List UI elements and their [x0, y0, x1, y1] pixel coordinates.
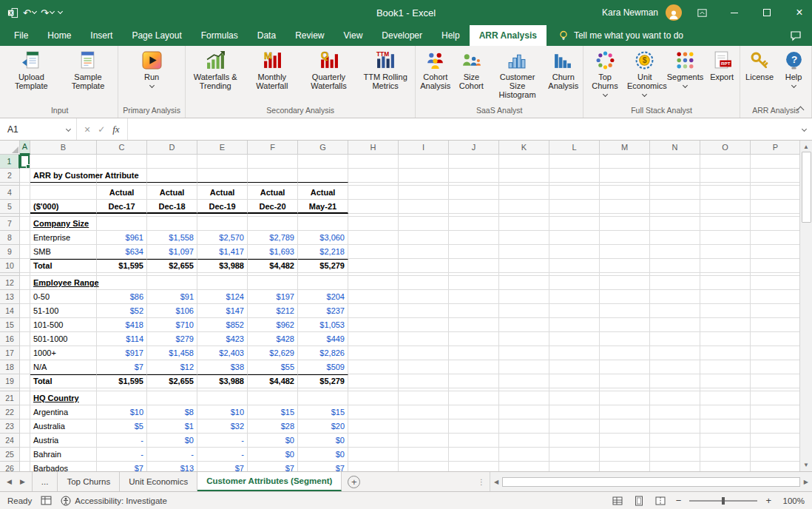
column-header-D[interactable]: D — [147, 141, 197, 155]
cell-B19[interactable]: Total — [30, 374, 97, 388]
cell-K22[interactable] — [499, 405, 549, 419]
cell-D8[interactable]: $1,558 — [147, 231, 197, 245]
cell-O2[interactable] — [700, 169, 751, 183]
cell-A25[interactable] — [20, 448, 30, 462]
cell-I23[interactable] — [399, 419, 449, 434]
cell-K24[interactable] — [499, 434, 549, 448]
column-header-E[interactable]: E — [197, 141, 248, 155]
cell-M22[interactable] — [600, 405, 650, 419]
cell-C17[interactable]: $917 — [97, 346, 147, 360]
zoom-level[interactable]: 100% — [779, 496, 805, 505]
cell-I10[interactable] — [399, 259, 449, 273]
cell-E15[interactable]: $852 — [197, 318, 248, 332]
cell-J15[interactable] — [449, 318, 499, 332]
ribbon-button-export[interactable]: RPTExport — [706, 47, 737, 82]
cell-E10[interactable]: $3,988 — [197, 259, 248, 273]
cell-K4[interactable] — [499, 186, 549, 200]
ribbon-display-options-button[interactable] — [689, 0, 714, 25]
cell-I13[interactable] — [399, 290, 449, 304]
undo-button[interactable]: ↶ — [23, 7, 36, 18]
ribbon-button-segments[interactable]: Segments — [666, 47, 705, 88]
ribbon-tab-review[interactable]: Review — [285, 25, 334, 46]
cell-K17[interactable] — [499, 346, 549, 360]
ribbon-tab-home[interactable]: Home — [38, 25, 81, 46]
cell-G26[interactable]: $7 — [298, 462, 348, 471]
cell-O18[interactable] — [700, 360, 751, 374]
cell-O23[interactable] — [700, 419, 751, 434]
cell-J14[interactable] — [449, 304, 499, 318]
ribbon-button-license[interactable]: License — [742, 47, 777, 82]
cell-L23[interactable] — [549, 419, 600, 434]
tab-scroll-splitter[interactable]: ⋮ — [473, 472, 490, 491]
close-button[interactable]: × — [787, 0, 812, 25]
cell-L22[interactable] — [549, 405, 600, 419]
cell-K25[interactable] — [499, 448, 549, 462]
zoom-in-button[interactable]: + — [764, 495, 773, 506]
cell-B17[interactable]: 1000+ — [30, 346, 97, 360]
cell-F18[interactable]: $55 — [248, 360, 298, 374]
cell-L8[interactable] — [549, 231, 600, 245]
row-header-16[interactable]: 16 — [0, 332, 20, 346]
cell-N17[interactable] — [650, 346, 700, 360]
cell-F14[interactable]: $212 — [248, 304, 298, 318]
ribbon-tab-formulas[interactable]: Formulas — [192, 25, 248, 46]
cell-L24[interactable] — [549, 434, 600, 448]
zoom-slider-thumb[interactable] — [722, 497, 725, 505]
cell-M25[interactable] — [600, 448, 650, 462]
cell-A9[interactable] — [20, 245, 30, 259]
column-header-L[interactable]: L — [549, 141, 600, 155]
cell-E1[interactable] — [197, 155, 248, 169]
cell-I12[interactable] — [399, 276, 449, 290]
cell-J5[interactable] — [449, 200, 499, 214]
cell-A18[interactable] — [20, 360, 30, 374]
expand-formula-bar-button[interactable] — [796, 118, 812, 140]
cell-D1[interactable] — [147, 155, 197, 169]
cell-A26[interactable] — [20, 462, 30, 471]
cell-K26[interactable] — [499, 462, 549, 471]
cell-B23[interactable]: Australia — [30, 419, 97, 434]
scroll-left-icon[interactable]: ◀ — [494, 479, 498, 485]
cell-A22[interactable] — [20, 405, 30, 419]
cell-H7[interactable] — [348, 217, 399, 231]
cell-B22[interactable]: Argentina — [30, 405, 97, 419]
cell-C15[interactable]: $418 — [97, 318, 147, 332]
row-header-26[interactable]: 26 — [0, 462, 20, 471]
cell-O5[interactable] — [700, 200, 751, 214]
cell-J22[interactable] — [449, 405, 499, 419]
cell-C22[interactable]: $10 — [97, 405, 147, 419]
cell-H23[interactable] — [348, 419, 399, 434]
cell-N4[interactable] — [650, 186, 700, 200]
cell-L15[interactable] — [549, 318, 600, 332]
cell-G17[interactable]: $2,826 — [298, 346, 348, 360]
cell-A5[interactable] — [20, 200, 30, 214]
cell-P19[interactable] — [751, 374, 801, 388]
cell-G18[interactable]: $509 — [298, 360, 348, 374]
ribbon-button-unit-economics[interactable]: $Unit Economics — [626, 47, 664, 97]
ribbon-button-upload-template[interactable]: Upload Template — [4, 47, 59, 91]
cell-O22[interactable] — [700, 405, 751, 419]
cell-D26[interactable]: $13 — [147, 462, 197, 471]
cell-N19[interactable] — [650, 374, 700, 388]
cell-J16[interactable] — [449, 332, 499, 346]
cell-D15[interactable]: $710 — [147, 318, 197, 332]
cell-F21[interactable] — [248, 391, 298, 405]
cell-G10[interactable]: $5,279 — [298, 259, 348, 273]
cell-P17[interactable] — [751, 346, 801, 360]
cell-C7[interactable] — [97, 217, 147, 231]
ribbon-tab-page-layout[interactable]: Page Layout — [122, 25, 191, 46]
cell-E8[interactable]: $2,570 — [197, 231, 248, 245]
cell-G21[interactable] — [298, 391, 348, 405]
cell-K13[interactable] — [499, 290, 549, 304]
cell-K2[interactable] — [499, 169, 549, 183]
cell-G15[interactable]: $1,053 — [298, 318, 348, 332]
column-header-C[interactable]: C — [97, 141, 147, 155]
ribbon-button-top-churns[interactable]: Top Churns — [586, 47, 624, 97]
cell-A10[interactable] — [20, 259, 30, 273]
row-header-4[interactable]: 4 — [0, 186, 20, 200]
ribbon-button-churn-analysis[interactable]: Churn Analysis — [547, 47, 581, 91]
cell-I19[interactable] — [399, 374, 449, 388]
cell-P12[interactable] — [751, 276, 801, 290]
cell-P7[interactable] — [751, 217, 801, 231]
normal-view-button[interactable] — [610, 493, 625, 508]
cell-B8[interactable]: Enterprise — [30, 231, 97, 245]
